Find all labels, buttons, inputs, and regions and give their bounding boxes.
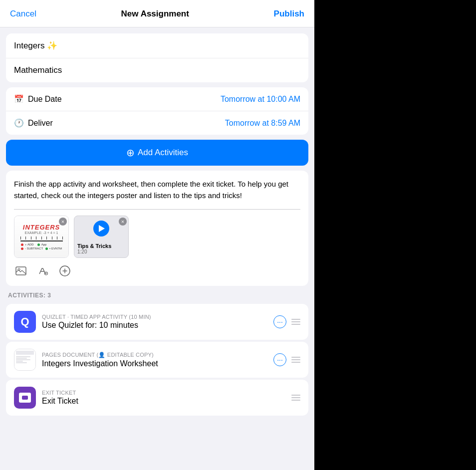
quizlet-more-button[interactable]: ··· (273, 315, 286, 328)
exit-ticket-drag-handle[interactable] (291, 395, 300, 401)
publish-button[interactable]: Publish (274, 9, 304, 19)
integers-rows: + ADD App - SUBTRACT • EVNTM (21, 243, 62, 250)
activities-label: ACTIVITIES: 3 (0, 286, 314, 302)
pages-header (16, 351, 34, 355)
pages-line (16, 358, 27, 359)
play-button[interactable] (93, 221, 109, 236)
activity-exit-ticket: EXIT TICKET Exit Ticket (6, 380, 308, 416)
drag-line-2 (291, 321, 300, 322)
note-text: Finish the app activity and worksheet, t… (14, 179, 300, 201)
title-section: Integers ✨ Mathematics (6, 33, 308, 82)
text-format-icon[interactable] (36, 264, 50, 278)
quizlet-icon: Q (14, 311, 36, 333)
clock-icon: 🕐 (14, 118, 24, 128)
exit-ticket-name: Exit Ticket (42, 397, 285, 406)
date-section: 📅 Due Date Tomorrow at 10:00 AM 🕐 Delive… (6, 87, 308, 135)
video-info: Tips & Tricks 1:20 (74, 241, 128, 257)
pages-info: PAGES DOCUMENT (👤 EDITABLE COPY) Integer… (42, 352, 267, 368)
due-date-label: Due Date (28, 95, 62, 104)
deliver-label: Deliver (28, 119, 53, 128)
due-date-left: 📅 Due Date (14, 94, 62, 104)
quizlet-name: Use Quizlet for: 10 minutes (42, 321, 267, 330)
video-close-button[interactable] (119, 218, 127, 226)
due-date-row[interactable]: 📅 Due Date Tomorrow at 10:00 AM (6, 87, 308, 111)
pages-drag-handle[interactable] (291, 357, 300, 363)
pages-line (16, 359, 30, 360)
integers-poster-attachment[interactable]: INTEGERS EXAMPLE: -3 + 4 = 1 + ADD A (14, 216, 69, 258)
drag-line-3 (291, 362, 300, 363)
add-activities-label: Add Activities (138, 148, 188, 158)
image-icon[interactable] (14, 264, 28, 278)
due-date-value: Tomorrow at 10:00 AM (221, 95, 300, 104)
pages-name: Integers Investigation Worksheet (42, 359, 267, 368)
note-divider (14, 209, 300, 210)
quizlet-info: QUIZLET · TIMED APP ACTIVITY (10 MIN) Us… (42, 314, 267, 330)
integers-close-button[interactable] (59, 218, 67, 226)
pages-icon (14, 349, 36, 371)
modal-header: Cancel New Assignment Publish (0, 0, 314, 27)
plus-icon: ⊕ (126, 148, 135, 158)
quizlet-drag-handle[interactable] (291, 319, 300, 325)
note-toolbar (14, 264, 300, 278)
deliver-row[interactable]: 🕐 Deliver Tomorrow at 8:59 AM (6, 111, 308, 135)
attachments-container: INTEGERS EXAMPLE: -3 + 4 = 1 + ADD A (14, 216, 300, 258)
play-icon (99, 225, 105, 232)
drag-line-1 (291, 357, 300, 358)
exit-icon-inner (19, 393, 31, 403)
pages-line (16, 361, 23, 362)
modal-container: Cancel New Assignment Publish Integers ✨… (0, 0, 314, 470)
pages-line (16, 362, 27, 363)
exit-ticket-actions (291, 395, 300, 401)
exit-ticket-icon (14, 387, 36, 409)
modal-title: New Assignment (121, 9, 189, 19)
pages-line (16, 356, 30, 357)
pages-actions: ··· (273, 353, 300, 366)
calendar-icon: 📅 (14, 94, 24, 104)
drag-line-1 (291, 395, 300, 396)
cancel-button[interactable]: Cancel (10, 9, 36, 19)
drag-line-3 (291, 400, 300, 401)
video-attachment[interactable]: Tips & Tricks 1:20 (74, 216, 129, 258)
integers-poster-subtitle: EXAMPLE: -3 + 4 = 1 (25, 231, 58, 235)
number-line (20, 236, 63, 239)
assignment-title: Integers ✨ (14, 40, 57, 51)
quizlet-actions: ··· (273, 315, 300, 328)
add-attachment-icon[interactable] (58, 264, 72, 278)
drag-line-2 (291, 397, 300, 398)
exit-ticket-info: EXIT TICKET Exit Ticket (42, 390, 285, 406)
deliver-value: Tomorrow at 8:59 AM (225, 119, 300, 128)
integers-poster-title: INTEGERS (23, 224, 60, 231)
subject-row[interactable]: Mathematics (6, 58, 308, 82)
activity-quizlet: Q QUIZLET · TIMED APP ACTIVITY (10 MIN) … (6, 304, 308, 340)
video-duration: 1:20 (77, 249, 125, 254)
pages-meta: PAGES DOCUMENT (👤 EDITABLE COPY) (42, 352, 267, 358)
pages-mini-preview (14, 349, 35, 370)
exit-ticket-meta: EXIT TICKET (42, 390, 285, 396)
assignment-title-row[interactable]: Integers ✨ (6, 33, 308, 58)
video-title: Tips & Tricks (77, 243, 125, 249)
deliver-left: 🕐 Deliver (14, 118, 53, 128)
drag-line-1 (291, 319, 300, 320)
pages-more-button[interactable]: ··· (273, 353, 286, 366)
quizlet-meta: QUIZLET · TIMED APP ACTIVITY (10 MIN) (42, 314, 267, 320)
subject-label: Mathematics (14, 65, 62, 75)
add-activities-button[interactable]: ⊕ Add Activities (6, 140, 308, 166)
drag-line-2 (291, 359, 300, 360)
activity-pages: PAGES DOCUMENT (👤 EDITABLE COPY) Integer… (6, 342, 308, 378)
note-section[interactable]: Finish the app activity and worksheet, t… (6, 171, 308, 286)
drag-line-3 (291, 324, 300, 325)
